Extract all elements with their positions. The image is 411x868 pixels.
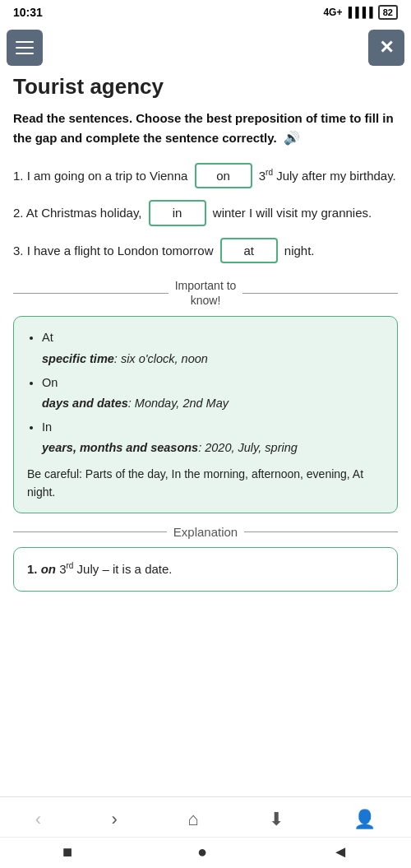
info-list-on: On [42, 374, 384, 392]
android-home-button[interactable]: ● [197, 842, 207, 861]
info-item-in: In [42, 418, 384, 437]
android-nav: ■ ● ◄ [0, 837, 411, 868]
in-subtext: years, months and seasons: 2020, July, s… [42, 439, 384, 457]
explanation-divider: Explanation [13, 525, 398, 539]
info-list: At [42, 328, 384, 347]
careful-text: Be careful: Parts of the day, In the mor… [27, 465, 384, 502]
explanation-card: 1. on 3rd July – it is a date. [13, 547, 398, 592]
download-button[interactable]: ⬇ [261, 805, 292, 833]
back-button[interactable]: ‹ [27, 805, 49, 833]
close-button[interactable]: ✕ [368, 30, 404, 66]
at-label: specific time [42, 352, 114, 365]
gap-box-2[interactable]: in [149, 200, 206, 226]
signal-icon: 4G+ ▐▐▐▐ [323, 7, 372, 18]
sentence-1: 1. I am going on a trip to Vienna on 3rd… [13, 163, 398, 189]
home-button[interactable]: ⌂ [179, 805, 206, 833]
info-bullet-in: In [42, 420, 52, 434]
sentence-1-suffix: 3rd July after my birthday. [259, 169, 396, 183]
explanation-line-left [13, 531, 167, 532]
android-back-button[interactable]: ◄ [332, 842, 349, 861]
info-box: At specific time: six o'clock, noon On d… [13, 316, 398, 513]
on-subtext: days and dates: Monday, 2nd May [42, 394, 384, 413]
menu-line [16, 47, 34, 49]
at-detail: : six o'clock, noon [114, 352, 208, 365]
menu-line [16, 53, 34, 54]
on-label: days and dates [42, 397, 128, 410]
in-detail: : 2020, July, spring [198, 441, 298, 454]
sentence-3: 3. I have a flight to London tomorrow at… [13, 238, 398, 264]
android-square-button[interactable]: ■ [62, 842, 72, 861]
explanation-label: Explanation [173, 525, 238, 539]
gap-box-1[interactable]: on [195, 163, 252, 189]
profile-button[interactable]: 👤 [345, 805, 384, 833]
info-bullet-on: On [42, 376, 58, 389]
sentence-2: 2. At Christmas holiday, in winter I wil… [13, 200, 398, 226]
page-title: Tourist agency [0, 71, 411, 109]
menu-line [16, 41, 34, 43]
status-icons: 4G+ ▐▐▐▐ 82 [323, 5, 398, 20]
sentence-2-suffix: winter I will visit my grannies. [213, 206, 372, 220]
bottom-nav: ‹ › ⌂ ⬇ 👤 [0, 796, 411, 838]
info-item-at: At [42, 328, 384, 347]
sentence-3-suffix: night. [284, 244, 315, 258]
info-list-in: In [42, 418, 384, 437]
status-bar: 10:31 4G+ ▐▐▐▐ 82 [0, 0, 411, 25]
sentence-2-prefix: 2. At Christmas holiday, [13, 206, 141, 220]
in-label: years, months and seasons [42, 441, 198, 454]
info-bullet-at: At [42, 331, 53, 344]
main-content: Read the sentences. Choose the best prep… [0, 109, 411, 592]
gap-box-3[interactable]: at [220, 238, 278, 264]
explanation-line-right [244, 531, 398, 532]
divider-line-left [13, 293, 169, 294]
explanation-text: 1. on 3rd July – it is a date. [27, 562, 173, 576]
at-subtext: specific time: six o'clock, noon [42, 350, 384, 369]
time: 10:31 [13, 6, 43, 19]
battery-indicator: 82 [378, 5, 398, 20]
audio-icon[interactable]: 🔊 [284, 131, 300, 145]
important-label: Important to know! [175, 278, 237, 308]
forward-button[interactable]: › [103, 805, 125, 833]
divider-line-right [242, 293, 398, 294]
instruction-text: Read the sentences. Choose the best prep… [13, 109, 398, 148]
sentence-3-prefix: 3. I have a flight to London tomorrow [13, 244, 213, 258]
important-divider: Important to know! [13, 278, 398, 308]
menu-button[interactable] [7, 30, 43, 66]
on-detail: : Monday, 2nd May [128, 397, 229, 410]
top-bar: ✕ [0, 25, 411, 71]
info-item-on: On [42, 374, 384, 392]
sentence-1-prefix: 1. I am going on a trip to Vienna [13, 169, 187, 183]
